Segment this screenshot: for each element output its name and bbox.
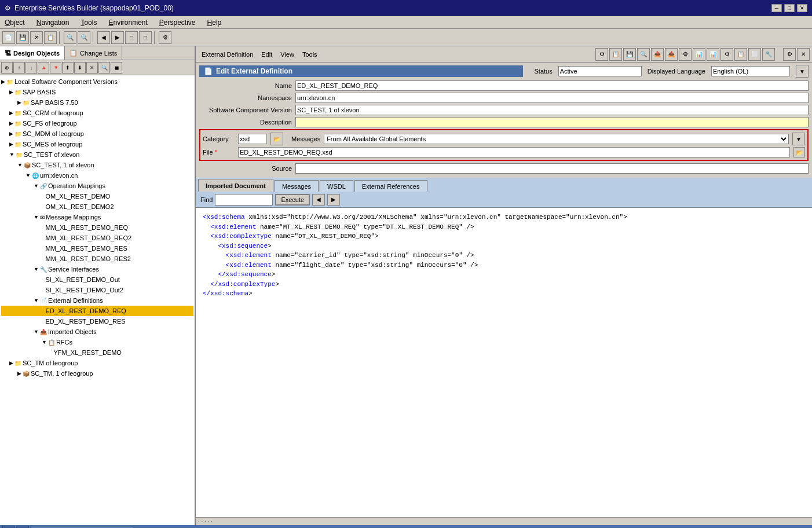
expand-arrow[interactable] [42,256,43,262]
lt-btn-5[interactable]: 🔻 [50,62,61,74]
lt-btn-2[interactable]: ↑ [13,62,25,74]
menu-navigation[interactable]: Navigation [34,17,72,28]
tree-item-sap-basis[interactable]: ▶ 📁 SAP BASIS [1,87,193,97]
maximize-button[interactable]: □ [784,4,795,12]
tab-external-references[interactable]: External References [354,180,427,192]
lt-btn-6[interactable]: ⬆ [62,62,74,74]
expand-arrow[interactable]: ▶ [1,79,5,85]
bottom-nav-prev[interactable]: ◀ [2,526,15,528]
rt-icon-2[interactable]: 📋 [609,48,622,61]
expand-arrow[interactable]: ▶ [17,100,21,105]
toolbar-btn-6[interactable]: 🔍 [78,31,90,44]
tree-item-sc-tm[interactable]: ▶ 📁 SC_TM of leogroup [1,358,193,368]
expand-arrow[interactable] [50,350,52,355]
tree-item-msg-mappings[interactable]: ▼ ✉ Message Mappings [1,212,193,222]
expand-arrow[interactable]: ▶ [9,110,13,116]
rt-icon-4[interactable]: 🔍 [637,48,650,61]
tree-item-sap-basis-750[interactable]: ▶ 📁 SAP BASIS 7.50 [1,97,193,108]
expand-arrow[interactable]: ▼ [25,173,31,178]
toolbar-btn-5[interactable]: 🔍 [64,31,76,44]
tree-item-mm-xl-res2[interactable]: MM_XL_REST_DEMO_RES2 [1,254,193,264]
status-input[interactable] [558,66,642,76]
namespace-input[interactable] [295,93,809,103]
tree-item-local-sw[interactable]: ▶ 📁 Local Software Component Versions [1,76,193,87]
lt-btn-4[interactable]: 🔺 [38,62,49,74]
toolbar-btn-11[interactable]: ⚙ [159,31,171,44]
tree-item-ext-defs[interactable]: ▼ 📄 External Definitions [1,295,193,306]
rt-icon-6[interactable]: 📥 [665,48,678,61]
find-next-btn[interactable]: ▶ [327,194,340,206]
expand-arrow[interactable]: ▼ [34,266,39,272]
tree-item-sc-test-1[interactable]: ▼ 📦 SC_TEST, 1 of xlevon [1,160,193,170]
rt-icon-10[interactable]: ⚙ [720,48,733,61]
tree-item-sc-mes[interactable]: ▶ 📁 SC_MES of leogroup [1,139,193,149]
rt-icon-7[interactable]: ⚙ [679,48,692,61]
expand-arrow[interactable]: ▶ [9,120,13,126]
rt-icon-5[interactable]: 📤 [651,48,664,61]
category-browse-btn[interactable]: 📂 [270,133,283,145]
tree-item-mm-xl-res[interactable]: MM_XL_REST_DEMO_RES [1,243,193,254]
tree-item-sc-fs[interactable]: ▶ 📁 SC_FS of leogroup [1,118,193,129]
expand-arrow[interactable] [42,225,43,230]
expand-arrow[interactable]: ▼ [9,152,14,157]
tree-item-om-xl-1[interactable]: OM_XL_REST_DEMO [1,191,193,201]
tree-item-yfm-xl[interactable]: YFM_XL_REST_DEMO [1,347,193,358]
tree-item-sc-crm[interactable]: ▶ 📁 SC_CRM of leogroup [1,108,193,118]
sw-version-input[interactable] [295,105,809,115]
lt-btn-9[interactable]: 🔍 [98,62,110,74]
rt-icon-13[interactable]: 🔧 [762,48,775,61]
rt-icon-8[interactable]: 📊 [693,48,705,61]
expand-arrow[interactable] [42,277,43,283]
name-input[interactable] [295,80,809,91]
bottom-nav-next[interactable]: ▼ [16,526,29,528]
expand-arrow[interactable] [42,204,43,210]
expand-arrow[interactable]: ▼ [17,162,23,168]
expand-arrow[interactable]: ▶ [9,360,13,366]
expand-arrow[interactable] [42,318,43,324]
rt-menu-external-def[interactable]: External Definition [198,50,257,59]
menu-object[interactable]: Object [2,17,27,28]
file-browse-btn[interactable]: 📂 [793,147,805,157]
scrollbar-area[interactable]: · · · · · [196,517,812,525]
displayed-language-input[interactable] [711,66,790,76]
rt-icon-9[interactable]: 📊 [707,48,719,61]
toolbar-btn-7[interactable]: ◀ [97,31,110,44]
rt-icon-3[interactable]: 💾 [623,48,636,61]
tree-item-sc-test[interactable]: ▼ 📁 SC_TEST of xlevon [1,149,193,160]
toolbar-btn-8[interactable]: ▶ [111,31,124,44]
tab-change-lists[interactable]: 📋 Change Lists [65,46,122,60]
close-button[interactable]: ✕ [797,4,807,12]
toolbar-btn-2[interactable]: 💾 [16,31,29,44]
tree-item-mm-xl-req[interactable]: MM_XL_REST_DEMO_REQ [1,222,193,233]
tree-item-op-mappings[interactable]: ▼ 🔗 Operation Mappings [1,181,193,191]
toolbar-btn-10[interactable]: □ [139,31,152,44]
expand-arrow[interactable]: ▼ [34,183,39,189]
tree-item-sc-mdm[interactable]: ▶ 📁 SC_MDM of leogroup [1,129,193,139]
menu-environment[interactable]: Environment [106,17,149,28]
lt-btn-7[interactable]: ⬇ [74,62,86,74]
expand-arrow[interactable] [42,245,43,251]
find-prev-btn[interactable]: ◀ [312,194,325,206]
expand-arrow[interactable] [42,235,43,241]
tab-design-objects[interactable]: 🏗 Design Objects [0,46,65,60]
expand-arrow[interactable]: ▶ [9,131,13,137]
category-input[interactable] [238,134,267,144]
expand-arrow[interactable]: ▼ [42,339,47,345]
expand-arrow[interactable]: ▼ [34,329,39,335]
execute-button[interactable]: Execute [275,194,310,206]
expand-arrow[interactable]: ▼ [34,214,39,220]
file-input[interactable] [238,147,790,157]
expand-arrow[interactable] [42,287,43,293]
tree-item-imp-objects[interactable]: ▼ 📥 Imported Objects [1,327,193,337]
expand-arrow[interactable]: ▶ [9,141,13,147]
messages-select[interactable]: From All Available Global Elements [324,134,789,144]
rt-icon-11[interactable]: 📋 [734,48,747,61]
tree-item-ed-xl-req[interactable]: ED_XL_REST_DEMO_REQ [1,306,193,316]
lt-btn-10[interactable]: ◼ [111,62,122,74]
minimize-button[interactable]: ─ [771,4,782,12]
menu-help[interactable]: Help [205,17,224,28]
tree-item-mm-xl-req2[interactable]: MM_XL_REST_DEMO_REQ2 [1,233,193,243]
rt-icon-1[interactable]: ⚙ [595,48,608,61]
tree-item-om-xl-2[interactable]: OM_XL_REST_DEMO2 [1,201,193,212]
rt-settings-btn[interactable]: ⚙ [783,48,796,61]
